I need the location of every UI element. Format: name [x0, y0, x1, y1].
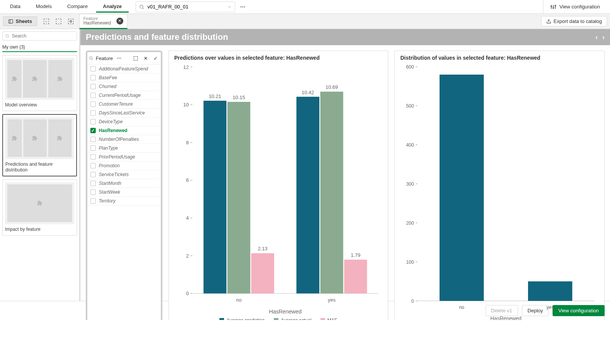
banner-title: Predictions and feature distribution — [86, 32, 228, 42]
select-tool-2[interactable] — [53, 16, 64, 27]
sheet-search-input[interactable] — [11, 33, 74, 39]
feature-item-label: Territory — [99, 198, 116, 204]
distribution-chart-title: Distribution of values in selected featu… — [400, 55, 599, 61]
feature-item[interactable]: PlanType — [87, 144, 161, 153]
bar[interactable] — [320, 91, 343, 293]
next-sheet-button[interactable]: › — [602, 33, 605, 41]
feature-select-tool[interactable] — [132, 54, 139, 62]
sheet-thumb[interactable]: Model overview — [2, 55, 77, 111]
feature-item[interactable]: CurrentPeriodUsage — [87, 91, 161, 100]
checkbox-icon — [90, 189, 96, 195]
checkbox-icon — [90, 75, 96, 80]
bar[interactable] — [440, 75, 484, 301]
prev-sheet-button[interactable]: ‹ — [595, 33, 598, 41]
nav-tab-analyze[interactable]: Analyze — [96, 1, 129, 13]
sheet-banner: Predictions and feature distribution ‹ › — [80, 29, 610, 45]
nav-tab-compare[interactable]: Compare — [60, 1, 94, 13]
feature-more-button[interactable] — [115, 54, 123, 62]
feature-close-button[interactable]: ✕ — [142, 54, 149, 62]
view-config-button[interactable]: View configuration — [543, 0, 607, 14]
legend-item[interactable]: Average actual — [274, 318, 311, 320]
nav-tab-models[interactable]: Models — [29, 1, 59, 13]
bar[interactable] — [227, 102, 250, 294]
select-tool-1[interactable]: ↔ — [41, 16, 52, 27]
bar[interactable] — [251, 253, 274, 294]
feature-confirm-button[interactable]: ✓ — [152, 54, 159, 62]
feature-item[interactable]: StartWeek — [87, 188, 161, 197]
bar[interactable] — [528, 281, 572, 301]
bar[interactable] — [344, 260, 367, 293]
feature-item[interactable]: CustomerTenure — [87, 100, 161, 109]
feature-item-label: DeviceType — [99, 119, 123, 124]
sheet-thumb-title: Model overview — [5, 102, 74, 108]
feature-item[interactable]: PriorPeriodUsage — [87, 153, 161, 162]
feature-item[interactable]: Churned — [87, 82, 161, 91]
sheet-search[interactable] — [2, 31, 77, 41]
export-label: Export data to catalog — [554, 18, 602, 24]
feature-item-label: ServiceTickets — [99, 172, 129, 177]
checkbox-icon — [90, 181, 96, 186]
feature-item[interactable]: Territory — [87, 197, 161, 206]
puzzle-icon — [11, 76, 18, 82]
sliders-icon — [550, 4, 556, 10]
feature-item[interactable]: StartMonth — [87, 179, 161, 188]
svg-text:300: 300 — [406, 181, 414, 187]
sheet-thumb[interactable]: Impact by feature — [2, 180, 77, 235]
svg-point-19 — [119, 58, 119, 59]
feature-item[interactable]: AdditionalFeatureSpend — [87, 65, 161, 73]
predictions-legend: Average predictionAverage actualMAE — [174, 318, 383, 320]
feature-item-label: BaseFee — [99, 75, 117, 80]
svg-point-8 — [553, 7, 554, 8]
svg-point-0 — [140, 5, 143, 8]
checkbox-icon — [90, 154, 96, 160]
sheets-tab-myown[interactable]: My own (3) — [2, 44, 77, 52]
svg-text:4: 4 — [186, 215, 189, 221]
svg-point-10 — [555, 5, 556, 7]
select-tool-3[interactable]: ⚙ — [65, 16, 76, 27]
feature-item[interactable]: NumberOfPenalties — [87, 135, 161, 144]
predictions-chart-card: Predictions over values in selected feat… — [168, 51, 388, 320]
checkbox-icon — [90, 84, 96, 89]
view-config-label: View configuration — [559, 4, 600, 10]
feature-item[interactable]: Promotion — [87, 162, 161, 170]
checkbox-icon — [90, 198, 96, 204]
export-catalog-button[interactable]: Export data to catalog — [541, 16, 607, 26]
legend-item[interactable]: Average prediction — [219, 318, 265, 320]
checkbox-icon — [90, 66, 96, 72]
svg-text:8: 8 — [186, 140, 189, 145]
svg-text:10.21: 10.21 — [209, 93, 221, 99]
checkbox-icon — [90, 101, 96, 107]
chip-value: HasRenewed — [83, 21, 111, 26]
applied-filter-chip[interactable]: Feature HasRenewed ✕ — [79, 14, 128, 29]
model-search[interactable] — [136, 2, 235, 12]
feature-item[interactable]: ✓HasRenewed — [87, 126, 161, 135]
svg-point-6 — [551, 6, 552, 7]
svg-text:500: 500 — [406, 103, 414, 109]
svg-text:200: 200 — [406, 220, 414, 226]
legend-item[interactable]: MAE — [321, 318, 337, 320]
feature-panel-head: Feature ✕ ✓ — [87, 52, 161, 65]
feature-item[interactable]: BaseFee — [87, 73, 161, 82]
chevron-down-icon[interactable] — [227, 5, 232, 9]
search-icon — [89, 56, 93, 60]
nav-tab-data[interactable]: Data — [3, 1, 27, 13]
bar[interactable] — [203, 101, 226, 294]
feature-item[interactable]: ServiceTickets — [87, 170, 161, 179]
sheet-thumb[interactable]: Predictions and feature distribution — [2, 114, 77, 176]
sheet-thumb-title: Predictions and feature distribution — [5, 162, 74, 173]
feature-item-label: StartWeek — [99, 189, 120, 195]
feature-item[interactable]: DeviceType — [87, 118, 161, 126]
sheets-button[interactable]: Sheets — [3, 16, 37, 26]
checkbox-icon — [90, 110, 96, 116]
bar[interactable] — [296, 97, 319, 294]
puzzle-icon — [11, 135, 18, 141]
more-menu-button[interactable] — [240, 4, 246, 10]
chip-close-icon[interactable]: ✕ — [116, 18, 123, 24]
feature-item-label: PriorPeriodUsage — [99, 154, 135, 160]
predictions-chart[interactable]: 02468101210.2110.152.13no10.4210.691.79y… — [174, 62, 383, 316]
distribution-chart[interactable]: 0100200300400500600noyesHasRenewed — [400, 62, 599, 320]
model-search-input[interactable] — [147, 3, 227, 10]
svg-text:0: 0 — [412, 299, 414, 304]
feature-item[interactable]: DaysSinceLastService — [87, 109, 161, 118]
svg-text:1.79: 1.79 — [351, 252, 360, 258]
